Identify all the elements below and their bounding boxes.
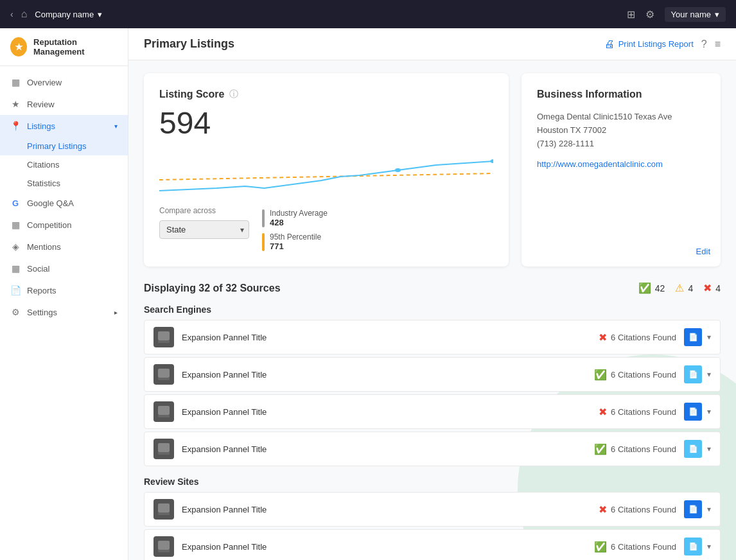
sidebar-item-google-qa[interactable]: G Google Q&A	[0, 193, 128, 214]
sidebar-item-review[interactable]: ★ Review	[0, 93, 128, 115]
panel-status: ✖ 6 Citations Found	[599, 503, 676, 516]
citations-text: 6 Citations Found	[611, 505, 676, 514]
sidebar-item-statistics[interactable]: Statistics	[0, 174, 128, 193]
help-icon[interactable]: ?	[701, 39, 707, 50]
page-header: Primary Listings 🖨 Print Listings Report…	[128, 28, 736, 60]
listing-score-card: Listing Score ⓘ 594	[144, 73, 509, 267]
review-icon: ★	[10, 99, 21, 109]
stat-error: ✖ 4	[703, 282, 721, 294]
panel-actions: 📄 ▾	[684, 403, 711, 421]
sidebar-item-listings[interactable]: 📍 Listings ▾	[0, 115, 128, 137]
chevron-down-icon[interactable]: ▾	[707, 370, 711, 379]
nav-home-button[interactable]: ⌂	[21, 8, 28, 20]
svg-rect-7	[158, 406, 170, 415]
chevron-down-icon[interactable]: ▾	[707, 505, 711, 514]
print-listings-button[interactable]: 🖨 Print Listings Report	[604, 39, 694, 50]
check-count: 42	[655, 283, 665, 293]
citations-text: 6 Citations Found	[611, 444, 676, 454]
document-icon[interactable]: 📄	[684, 538, 702, 556]
sources-header: Displaying 32 of 32 Sources ✅ 42 ⚠ 4 ✖ 4	[144, 282, 721, 294]
region-select[interactable]: State National City	[159, 220, 249, 239]
company-name-dropdown[interactable]: Company name ▾	[35, 10, 102, 19]
business-street: 1510 Texas Ave	[613, 112, 672, 121]
svg-rect-13	[158, 541, 170, 550]
95th-text: 95th Percentile 771	[270, 232, 321, 251]
status-success-icon: ✅	[594, 541, 607, 553]
chevron-down-icon[interactable]: ▾	[707, 333, 711, 342]
document-icon[interactable]: 📄	[684, 500, 702, 518]
sidebar-item-reports[interactable]: 📄 Reports	[0, 279, 128, 301]
panel-thumbnail	[153, 439, 174, 459]
sidebar-app-name: Reputation Management	[33, 37, 118, 57]
sidebar-item-competition[interactable]: ▦ Competition	[0, 214, 128, 236]
sidebar-navigation: ▦ Overview ★ Review 📍 Listings ▾ Primary…	[0, 66, 128, 328]
panel-title: Expansion Pannel Title	[182, 370, 586, 380]
document-icon[interactable]: 📄	[684, 328, 702, 346]
chevron-down-icon[interactable]: ▾	[707, 407, 711, 416]
svg-rect-3	[158, 331, 170, 340]
sidebar-item-mentions[interactable]: ◈ Mentions	[0, 236, 128, 258]
mentions-icon: ◈	[10, 241, 21, 252]
industry-avg-bar	[262, 209, 265, 227]
citations-text: 6 Citations Found	[611, 370, 676, 380]
stat-warn: ⚠ 4	[675, 282, 693, 294]
sidebar-logo: ★	[10, 37, 27, 57]
edit-business-button[interactable]: Edit	[696, 247, 710, 256]
score-value: 594	[159, 105, 493, 141]
sidebar-header: ★ Reputation Management	[0, 28, 128, 66]
logo-star-icon: ★	[15, 42, 23, 52]
main-content: Primary Listings 🖨 Print Listings Report…	[128, 28, 736, 560]
legend-industry-avg: Industry Average 428	[262, 209, 328, 227]
info-icon[interactable]: ⓘ	[229, 89, 238, 100]
svg-rect-9	[158, 443, 170, 452]
filter-icon[interactable]: ≡	[715, 39, 721, 50]
sidebar: ★ Reputation Management ▦ Overview ★ Rev…	[0, 28, 128, 560]
nav-back-button[interactable]: ‹	[10, 9, 13, 19]
sidebar-item-overview[interactable]: ▦ Overview	[0, 71, 128, 93]
document-icon[interactable]: 📄	[684, 365, 702, 383]
content-area: Listing Score ⓘ 594	[128, 60, 736, 560]
sidebar-item-social[interactable]: ▦ Social	[0, 258, 128, 279]
document-icon[interactable]: 📄	[684, 403, 702, 421]
primary-listings-label: Primary Listings	[27, 141, 86, 151]
citations-text: 6 Citations Found	[611, 542, 676, 552]
statistics-label: Statistics	[27, 179, 60, 188]
panel-title: Expansion Pannel Title	[182, 407, 591, 417]
svg-rect-12	[158, 512, 170, 515]
sidebar-item-primary-listings[interactable]: Primary Listings	[0, 137, 128, 155]
expansion-panel: Expansion Pannel Title ✖ 6 Citations Fou…	[144, 394, 721, 429]
expansion-panel: Expansion Pannel Title ✅ 6 Citations Fou…	[144, 432, 721, 466]
business-info-card: Business Information Omega Dental Clinic…	[521, 73, 721, 267]
grid-icon[interactable]: ⊞	[627, 8, 635, 21]
svg-rect-5	[158, 369, 170, 378]
document-icon[interactable]: 📄	[684, 440, 702, 458]
chevron-down-icon[interactable]: ▾	[707, 542, 711, 551]
sources-title: Displaying 32 of 32 Sources	[144, 283, 281, 294]
sidebar-item-label: Settings	[27, 308, 57, 317]
panel-title: Expansion Pannel Title	[182, 542, 586, 552]
chevron-down-icon[interactable]: ▾	[707, 444, 711, 453]
business-phone: (713) 228-1111	[537, 139, 594, 148]
status-success-icon: ✅	[594, 443, 607, 455]
panel-thumbnail	[153, 499, 174, 520]
citations-text: 6 Citations Found	[611, 407, 676, 417]
expansion-panel: Expansion Pannel Title ✅ 6 Citations Fou…	[144, 529, 721, 560]
panel-status: ✅ 6 Citations Found	[594, 541, 676, 553]
business-website[interactable]: http://www.omegadentalclinic.com	[537, 159, 663, 169]
sidebar-item-settings[interactable]: ⚙ Settings ▸	[0, 301, 128, 323]
sidebar-item-citations[interactable]: Citations	[0, 155, 128, 174]
95th-bar	[262, 233, 265, 251]
business-city-state-zip: Houston TX 77002	[537, 125, 606, 135]
compare-control: Compare across State National City	[159, 206, 249, 239]
gear-icon[interactable]: ⚙	[645, 8, 654, 21]
print-btn-label: Print Listings Report	[618, 39, 694, 49]
panel-title: Expansion Pannel Title	[182, 505, 591, 514]
user-menu-button[interactable]: Your name ▾	[665, 7, 726, 22]
error-count: 4	[715, 283, 721, 293]
business-info-title: Business Information	[537, 89, 705, 100]
panel-actions: 📄 ▾	[684, 365, 711, 383]
panel-title: Expansion Pannel Title	[182, 333, 591, 342]
sidebar-item-label: Mentions	[27, 242, 61, 252]
overview-icon: ▦	[10, 77, 21, 87]
panel-thumbnail	[153, 401, 174, 422]
